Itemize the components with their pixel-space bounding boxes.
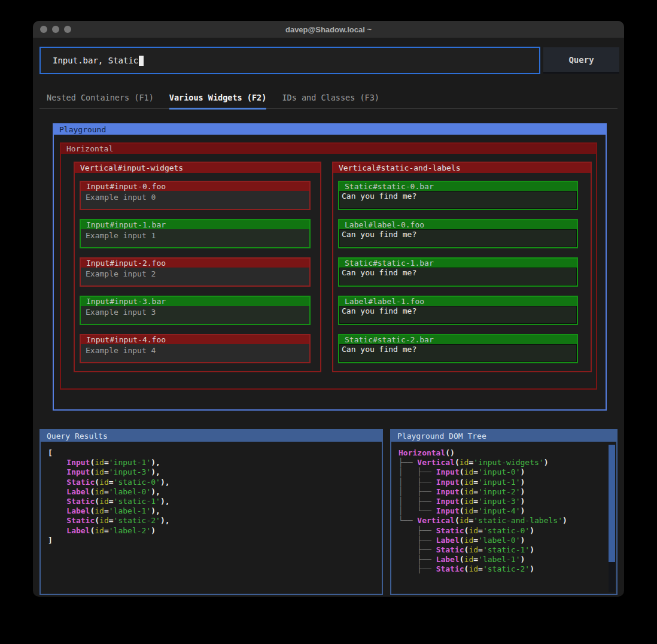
code-line: │ ├── Input(id='input-1') — [399, 478, 609, 487]
tab-bar: Nested Containers (F1) Various Widgets (… — [39, 89, 618, 109]
widget-static-2.bar: Static#static-2.barCan you find me? — [338, 334, 578, 363]
static-and-labels-list: Static#static-0.barCan you find me?Label… — [338, 181, 578, 372]
widget-title: Static#static-1.bar — [339, 259, 577, 268]
code-line: │ └── Input(id='input-4') — [399, 506, 609, 516]
playground-panel: Playground Horizontal Vertical#input-wid… — [53, 123, 607, 411]
tab-ids-and-classes[interactable]: IDs and Classes (F3) — [282, 93, 379, 110]
vertical-input-widgets: Vertical#input-widgets Input#input-0.foo… — [74, 162, 321, 372]
widget-title: Input#input-1.bar — [81, 220, 309, 229]
code-line: Static(id='static-2'), — [48, 516, 375, 525]
code-line: Static(id='static-1'), — [48, 497, 375, 506]
playground-static-text: Can you find me? — [339, 268, 577, 285]
scrollbar-thumb[interactable] — [609, 445, 615, 562]
playground-static-text: Can you find me? — [339, 229, 577, 247]
widget-title: Label#label-1.foo — [339, 297, 577, 306]
widget-label-1.foo: Label#label-1.fooCan you find me? — [338, 296, 578, 325]
widget-input-2.foo: Input#input-2.fooExample input 2 — [80, 257, 311, 287]
widget-label-0.foo: Label#label-0.fooCan you find me? — [338, 219, 578, 248]
code-line: Input(id='input-3'), — [48, 467, 375, 477]
playground-title: Playground — [54, 124, 606, 135]
widget-title: Input#input-2.foo — [81, 259, 309, 268]
widget-title: Static#static-2.bar — [339, 335, 577, 344]
vertical-static-and-labels: Vertical#static-and-labels Static#static… — [332, 162, 592, 372]
code-line: ] — [48, 536, 375, 545]
code-line: ├── Static(id='static-2') — [399, 564, 609, 574]
playground-static-text: Can you find me? — [339, 306, 577, 324]
horizontal-container: Horizontal Vertical#input-widgets Input#… — [60, 142, 597, 390]
vertical-input-widgets-title: Vertical#input-widgets — [75, 163, 320, 173]
query-button[interactable]: Query — [543, 47, 619, 74]
code-line: │ ├── Input(id='input-3') — [399, 497, 609, 506]
code-line: ├── Label(id='label-1') — [399, 555, 609, 564]
text-cursor — [139, 56, 144, 66]
dom-tree-scrollbar[interactable] — [609, 444, 615, 592]
code-line: ├── Label(id='label-0') — [399, 536, 609, 545]
playground-input-field[interactable]: Example input 2 — [81, 268, 309, 285]
widget-title: Input#input-3.bar — [81, 297, 309, 306]
tab-nested-containers[interactable]: Nested Containers (F1) — [47, 93, 154, 110]
query-input-value: Input.bar, Static — [53, 56, 138, 65]
code-line: Horizontal() — [399, 448, 609, 458]
code-line: ├── Vertical(id='input-widgets') — [399, 458, 609, 467]
widget-input-3.bar: Input#input-3.barExample input 3 — [80, 296, 311, 325]
code-line: Static(id='static-0'), — [48, 478, 375, 487]
code-line: │ ├── Input(id='input-2') — [399, 487, 609, 497]
widget-title: Input#input-0.foo — [81, 182, 309, 191]
widget-title: Input#input-4.foo — [81, 335, 309, 344]
playground-static-text: Can you find me? — [339, 191, 577, 209]
query-results-panel: Query Results [ Input(id='input-1'), Inp… — [39, 429, 383, 595]
window-titlebar: davep@Shadow.local ~ — [33, 21, 624, 38]
vertical-static-and-labels-title: Vertical#static-and-labels — [333, 163, 591, 173]
widget-static-1.bar: Static#static-1.barCan you find me? — [338, 257, 578, 287]
widget-static-0.bar: Static#static-0.barCan you find me? — [338, 181, 578, 210]
code-line: │ ├── Input(id='input-0') — [399, 467, 609, 477]
code-line: Label(id='label-1'), — [48, 506, 375, 516]
widget-input-0.foo: Input#input-0.fooExample input 0 — [80, 181, 311, 210]
dom-tree-title: Playground DOM Tree — [391, 430, 616, 442]
window-title: davep@Shadow.local ~ — [33, 25, 624, 34]
horizontal-title: Horizontal — [61, 144, 596, 154]
playground-static-text: Can you find me? — [339, 344, 577, 362]
playground-input-field[interactable]: Example input 4 — [81, 344, 309, 362]
playground-input-field[interactable]: Example input 3 — [81, 306, 309, 324]
widget-title: Static#static-0.bar — [339, 182, 577, 191]
code-line: └── Vertical(id='static-and-labels') — [399, 516, 609, 525]
code-line: Label(id='label-2') — [48, 526, 375, 536]
dom-tree-panel: Playground DOM Tree Horizontal()├── Vert… — [390, 429, 618, 595]
widget-title: Label#label-0.foo — [339, 220, 577, 229]
code-line: Label(id='label-0'), — [48, 487, 375, 497]
code-line: ├── Static(id='static-0') — [399, 526, 609, 536]
query-results-output: [ Input(id='input-1'), Input(id='input-3… — [41, 442, 382, 552]
widget-input-4.foo: Input#input-4.fooExample input 4 — [80, 334, 311, 363]
code-line: Input(id='input-1'), — [48, 458, 375, 467]
playground-input-field[interactable]: Example input 0 — [81, 191, 309, 209]
code-line: ├── Static(id='static-1') — [399, 545, 609, 555]
query-results-title: Query Results — [41, 430, 382, 442]
terminal-window: davep@Shadow.local ~ Input.bar, Static Q… — [33, 21, 624, 597]
query-button-label: Query — [568, 55, 594, 65]
playground-input-field[interactable]: Example input 1 — [81, 229, 309, 247]
dom-tree-output: Horizontal()├── Vertical(id='input-widge… — [391, 442, 616, 581]
widget-input-1.bar: Input#input-1.barExample input 1 — [80, 219, 311, 248]
tab-various-widgets[interactable]: Various Widgets (F2) — [169, 93, 267, 110]
code-line: [ — [48, 448, 375, 458]
input-widgets-list: Input#input-0.fooExample input 0Input#in… — [80, 181, 311, 372]
query-input[interactable]: Input.bar, Static — [39, 47, 540, 74]
